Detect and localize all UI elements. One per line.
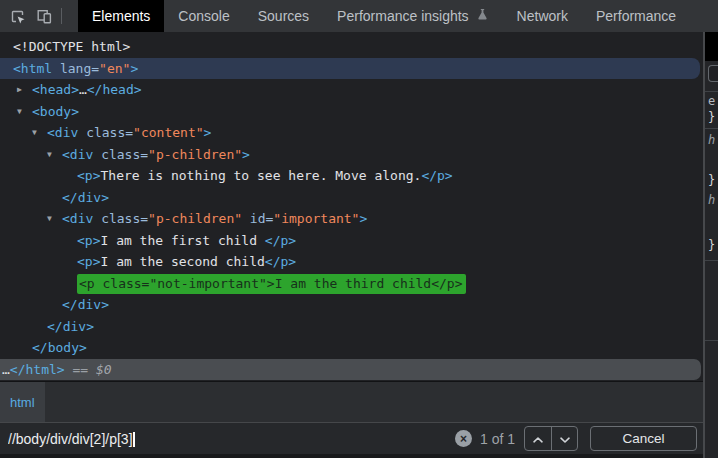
flask-icon bbox=[476, 8, 489, 24]
breadcrumb: html bbox=[0, 381, 703, 422]
tab-sources[interactable]: Sources bbox=[244, 0, 323, 32]
previous-match-button[interactable] bbox=[525, 427, 551, 450]
search-match-highlight: <p class="not-important">I am the third … bbox=[77, 274, 466, 294]
tab-performance-insights[interactable]: Performance insights bbox=[323, 0, 503, 32]
tree-row-p-first[interactable]: <p>I am the first child </p> bbox=[0, 230, 703, 252]
tree-row-body-close[interactable]: </body> bbox=[0, 337, 703, 359]
tree-row-body-open[interactable]: ▼<body> bbox=[0, 101, 703, 123]
tree-row-div-close[interactable]: </div> bbox=[0, 316, 703, 338]
bottom-edge bbox=[0, 454, 703, 458]
tree-row-div-content[interactable]: ▼<div class="content"> bbox=[0, 122, 703, 144]
breadcrumb-item-html[interactable]: html bbox=[0, 382, 45, 422]
cancel-button[interactable]: Cancel bbox=[590, 426, 697, 451]
tab-network[interactable]: Network bbox=[503, 0, 582, 32]
ellipsis-indicator: … bbox=[2, 362, 10, 377]
css-rule-fragment: h bbox=[708, 193, 715, 207]
toolbar-icon-group bbox=[0, 0, 70, 32]
inspect-element-icon[interactable] bbox=[4, 3, 31, 30]
tree-row-html-close-selected[interactable]: …</html> == $0 bbox=[0, 359, 701, 381]
dollar-zero-ref: $0 bbox=[96, 362, 112, 377]
chevron-down-icon bbox=[559, 430, 571, 448]
tree-row-div-important[interactable]: ▼<div class="p-children" id="important"> bbox=[0, 208, 703, 230]
clear-search-icon[interactable]: × bbox=[455, 430, 472, 447]
tree-row-doctype[interactable]: <!DOCTYPE html> bbox=[0, 36, 703, 58]
find-bar: //body/div/div[2]/p[3] × 1 of 1 Cancel bbox=[0, 422, 703, 454]
device-toolbar-icon[interactable] bbox=[31, 3, 58, 30]
search-query-text: //body/div/div[2]/p[3] bbox=[8, 431, 133, 447]
match-navigation bbox=[524, 426, 578, 451]
expanded-arrow-icon[interactable]: ▼ bbox=[47, 144, 52, 166]
collapsed-arrow-icon[interactable]: ▶ bbox=[17, 79, 22, 101]
text-caret bbox=[133, 432, 135, 447]
sidebar-tabstrip-edge bbox=[705, 32, 718, 61]
tree-row-html-open[interactable]: <html lang="en"> bbox=[0, 58, 700, 80]
tree-row-p-nothing[interactable]: <p>There is nothing to see here. Move al… bbox=[0, 165, 703, 187]
styles-sidebar-clipped: e } h } h } bbox=[705, 32, 718, 458]
search-input[interactable]: //body/div/div[2]/p[3] bbox=[8, 431, 455, 447]
match-count: 1 of 1 bbox=[480, 431, 515, 447]
css-rule-fragment: } bbox=[708, 110, 715, 124]
expanded-arrow-icon[interactable]: ▼ bbox=[17, 101, 22, 123]
tree-row-div-close[interactable]: </div> bbox=[0, 187, 703, 209]
tree-row-p-third-search-match[interactable]: <p class="not-important">I am the third … bbox=[0, 273, 703, 295]
styles-filter-input-edge[interactable] bbox=[708, 65, 718, 82]
toolbar-separator bbox=[61, 8, 62, 24]
expanded-arrow-icon[interactable]: ▼ bbox=[47, 208, 52, 230]
next-match-button[interactable] bbox=[551, 427, 577, 450]
tree-row-div-pchildren[interactable]: ▼<div class="p-children"> bbox=[0, 144, 703, 166]
tab-console[interactable]: Console bbox=[164, 0, 243, 32]
css-rule-fragment: } bbox=[708, 173, 715, 187]
devtools-window: Elements Console Sources Performance ins… bbox=[0, 0, 718, 458]
tab-elements[interactable]: Elements bbox=[78, 0, 164, 32]
panel-tabs: Elements Console Sources Performance ins… bbox=[78, 0, 718, 32]
tree-row-head[interactable]: ▶<head>…</head> bbox=[0, 79, 703, 101]
dom-tree: <!DOCTYPE html> <html lang="en"> ▶<head>… bbox=[0, 32, 703, 381]
css-rule-fragment: h bbox=[708, 133, 715, 147]
tree-row-p-second[interactable]: <p>I am the second child</p> bbox=[0, 251, 703, 273]
devtools-toolbar: Elements Console Sources Performance ins… bbox=[0, 0, 718, 32]
tree-row-div-close[interactable]: </div> bbox=[0, 294, 703, 316]
chevron-up-icon bbox=[532, 430, 544, 448]
css-rule-fragment: e bbox=[708, 94, 715, 108]
expanded-arrow-icon[interactable]: ▼ bbox=[32, 122, 37, 144]
tab-performance[interactable]: Performance bbox=[582, 0, 690, 32]
css-rule-fragment: } bbox=[708, 238, 715, 252]
